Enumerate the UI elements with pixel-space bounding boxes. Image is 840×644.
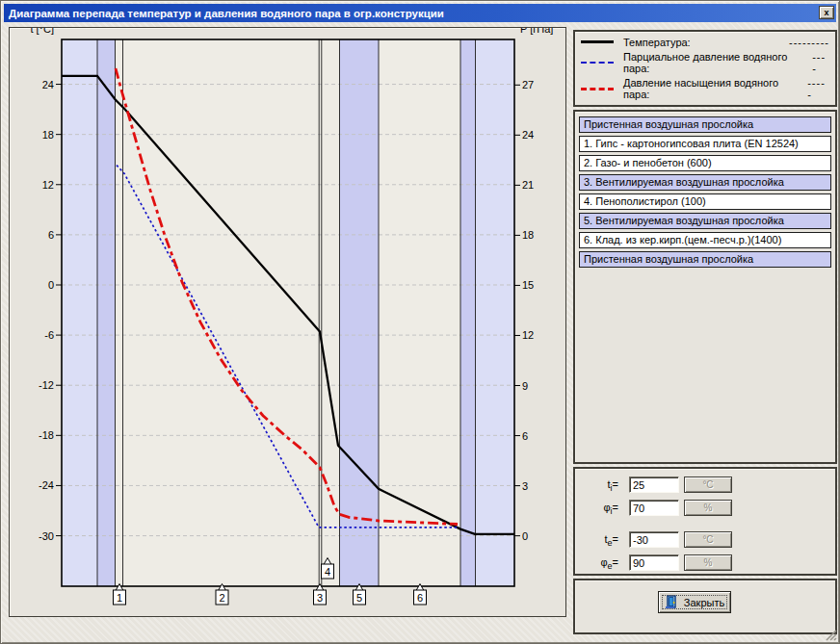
unit-button-celsius: °C <box>684 477 732 493</box>
layer-item-3: 3. Вентилируемая воздушная прослойка <box>579 174 831 191</box>
unit-button-percent: % <box>684 554 732 571</box>
close-button-panel: Закрыть <box>573 579 837 634</box>
left-tick-label: 24 <box>42 79 54 90</box>
outside-humidity-input[interactable] <box>629 554 679 571</box>
layer-marker-label: 2 <box>219 592 224 604</box>
left-tick-label: -12 <box>39 379 54 391</box>
close-icon: x <box>824 8 828 17</box>
param-row-phi-i: φi= % <box>575 500 835 516</box>
resize-grip[interactable] <box>825 629 837 641</box>
left-axis-title: t [°C] <box>30 28 54 35</box>
left-tick-label: 0 <box>48 279 54 291</box>
plot-area <box>62 39 514 586</box>
layer-marker-label: 5 <box>356 592 362 604</box>
inside-humidity-input[interactable] <box>629 500 679 516</box>
outside-temperature-input[interactable] <box>629 531 679 548</box>
unit-button-percent: % <box>684 500 732 516</box>
layer-item-inner-air: Пристенная воздушная прослойка <box>579 116 831 133</box>
left-tick-label: -30 <box>39 530 54 542</box>
legend-row-temperature: Температура: --------- <box>581 37 829 48</box>
close-window-button[interactable]: x <box>819 6 834 19</box>
right-tick-label: 27 <box>522 79 534 90</box>
right-tick-label: 9 <box>522 380 528 392</box>
right-tick-label: 6 <box>522 430 528 442</box>
app-window: Диаграмма перепада температур и давления… <box>0 0 840 644</box>
chart-panel: 24181260-6-12-18-24-302724211815129630t … <box>9 27 566 617</box>
param-label-ti: ti= <box>608 478 619 493</box>
param-row-phi-e: φe= % <box>575 554 835 571</box>
layer-item-4: 4. Пенополистирол (100) <box>579 193 831 210</box>
layer-item-5: 5. Вентилируемая воздушная прослойка <box>579 213 831 229</box>
title-bar[interactable]: Диаграмма перепада температур и давления… <box>4 4 836 22</box>
exit-door-icon <box>665 595 679 609</box>
layer-item-2: 2. Газо- и пенобетон (600) <box>579 155 831 171</box>
param-row-ti: ti= °C <box>575 477 835 493</box>
legend-label: Температура: <box>623 37 785 48</box>
param-label-phi-i: φi= <box>603 502 618 516</box>
layer-item-1: 1. Гипс - картоногипсовая плита (EN 1252… <box>579 136 831 152</box>
layer-marker-label: 4 <box>325 566 330 578</box>
temperature-line-sample <box>581 40 614 43</box>
layer-marker-label: 1 <box>117 592 122 604</box>
layer-item-6: 6. Клад. из кер.кирп.(цем.-песч.р.)(1400… <box>579 232 831 248</box>
left-tick-label: 6 <box>48 229 54 241</box>
legend-label: Парциальное давление водяного пара: <box>623 51 808 74</box>
layer-marker-label: 3 <box>317 592 323 604</box>
right-tick-label: 18 <box>522 229 534 241</box>
legend-row-partial-pressure: Парциальное давление водяного пара: ---- <box>581 51 829 74</box>
right-tick-label: 0 <box>522 530 528 542</box>
left-tick-label: -24 <box>39 479 54 491</box>
right-tick-label: 12 <box>522 329 534 341</box>
window-title: Диаграмма перепада температур и давления… <box>9 8 444 19</box>
temperature-pressure-chart: 24181260-6-12-18-24-302724211815129630t … <box>10 28 565 616</box>
left-tick-label: -6 <box>44 329 54 341</box>
inside-temperature-input[interactable] <box>629 477 679 493</box>
layer-item-outer-air: Пристенная воздушная прослойка <box>579 251 831 268</box>
legend-value-dashes: --------- <box>789 37 829 48</box>
air-layer-band <box>97 39 116 586</box>
air-layer-band <box>460 39 476 586</box>
legend-row-saturation-pressure: Давление насыщения водяного пара: ----- <box>581 77 829 100</box>
right-tick-label: 24 <box>522 129 534 141</box>
legend-value-dashes: ---- <box>812 51 829 74</box>
close-dialog-button[interactable]: Закрыть <box>658 591 731 613</box>
right-tick-label: 15 <box>522 279 534 291</box>
parameters-panel: ti= °C φi= % te= °C φe= % <box>573 467 837 576</box>
param-label-phi-e: φe= <box>600 556 618 571</box>
air-layer-band <box>62 39 97 586</box>
unit-button-celsius: °C <box>684 531 732 548</box>
param-label-te: te= <box>604 533 618 548</box>
left-tick-label: 12 <box>42 179 54 191</box>
layers-list-panel: Пристенная воздушная прослойка 1. Гипс -… <box>573 110 837 464</box>
air-layer-band <box>476 39 515 586</box>
legend-value-dashes: ----- <box>807 77 829 100</box>
right-axis-title: P [гПа] <box>520 28 553 35</box>
legend-panel: Температура: --------- Парциальное давле… <box>573 30 837 107</box>
param-row-te: te= °C <box>575 531 835 548</box>
left-tick-label: -18 <box>39 429 54 441</box>
close-dialog-label: Закрыть <box>684 597 724 608</box>
left-tick-label: 18 <box>42 129 54 141</box>
saturation-pressure-line-sample <box>581 88 614 90</box>
air-layer-band <box>340 39 380 586</box>
right-tick-label: 21 <box>522 179 534 191</box>
right-tick-label: 3 <box>522 480 528 492</box>
partial-pressure-line-sample <box>581 62 614 64</box>
legend-label: Давление насыщения водяного пара: <box>623 77 803 100</box>
layer-marker-label: 6 <box>417 592 423 604</box>
